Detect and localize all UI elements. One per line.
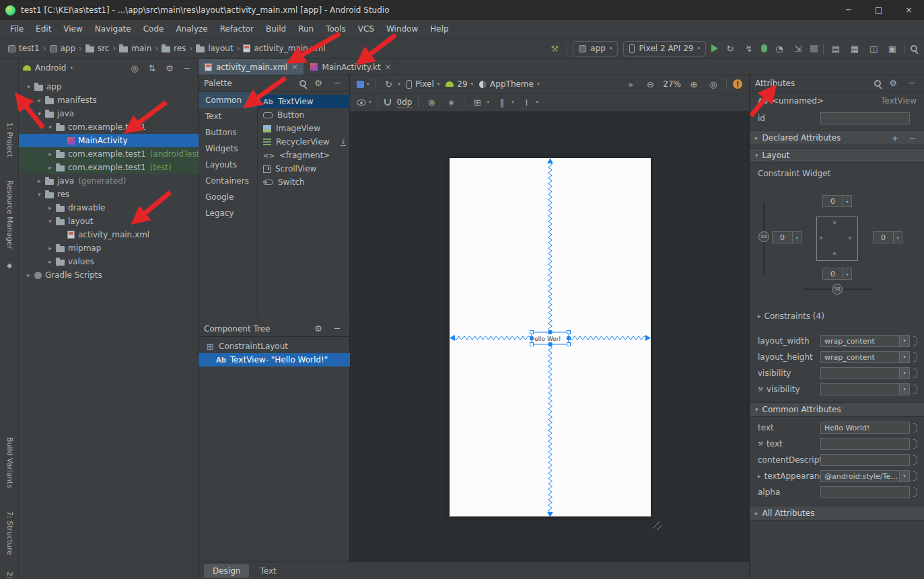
palette-category-google[interactable]: Google xyxy=(199,189,257,205)
expand-arrow-icon[interactable]: ▾ xyxy=(44,124,56,130)
menu-analyze[interactable]: Analyze xyxy=(170,24,213,34)
pack-menu[interactable]: ⊞▾ xyxy=(470,95,489,109)
chevron-down-icon[interactable]: ▾ xyxy=(843,268,851,279)
tree-item-java-generated[interactable]: ▸java(generated) xyxy=(19,174,199,188)
build-button[interactable]: ⚒ xyxy=(548,42,561,55)
tool-button-structure[interactable]: 7: Structure xyxy=(5,511,14,555)
tree-item-res[interactable]: ▾res xyxy=(19,188,199,201)
run-button[interactable] xyxy=(711,44,718,52)
expand-arrow-icon[interactable]: ▾ xyxy=(34,110,45,117)
layout-inspector-button[interactable]: ▦ xyxy=(848,42,861,55)
palette-category-widgets[interactable]: Widgets xyxy=(199,141,257,157)
alpha-input[interactable] xyxy=(820,486,910,498)
menu-vcs[interactable]: VCS xyxy=(352,24,380,34)
collapse-all-icon[interactable]: ⇅ xyxy=(145,61,159,75)
expand-arrow-icon[interactable]: ▸ xyxy=(44,204,56,211)
palette-item-button[interactable]: Button xyxy=(258,108,350,122)
attr-flag[interactable] xyxy=(913,352,917,362)
breadcrumb-src[interactable]: src xyxy=(84,44,111,53)
tree-item-package-androidtest[interactable]: ▸com.example.test1(androidTest) xyxy=(19,147,199,161)
component-textview[interactable]: AbTextView- "Hello World!" xyxy=(199,353,350,366)
palette-item-switch[interactable]: Switch xyxy=(258,176,350,189)
component-constraintlayout[interactable]: ⊞ConstraintLayout xyxy=(199,340,350,353)
zoom-in-button[interactable]: ⊕ xyxy=(687,77,701,91)
run-config-selector[interactable]: app▾ xyxy=(573,41,618,56)
margin-left-selector[interactable]: 0▾ xyxy=(772,231,802,243)
align-menu[interactable]: ∥▾ xyxy=(495,95,514,109)
text-input[interactable]: Hello World! xyxy=(820,422,910,434)
search-icon[interactable] xyxy=(874,80,881,87)
breadcrumb-res[interactable]: res xyxy=(160,44,187,53)
chevron-down-icon[interactable]: ▾ xyxy=(899,471,909,481)
tree-item-java[interactable]: ▾java xyxy=(19,107,199,120)
tree-item-manifests[interactable]: ▸manifests xyxy=(19,93,199,107)
menu-window[interactable]: Window xyxy=(380,24,424,34)
tools-visibility-selector[interactable]: ▾ xyxy=(820,383,910,395)
warnings-badge[interactable]: ! xyxy=(733,79,742,89)
device-selector[interactable]: Pixel 2 API 29▾ xyxy=(623,41,706,56)
constraint-handle-top-icon[interactable]: » xyxy=(831,221,838,223)
hide-panel-icon[interactable]: ─ xyxy=(905,77,919,90)
tree-item-layout[interactable]: ▾layout xyxy=(19,215,199,228)
apply-changes-button[interactable]: ↻ xyxy=(723,42,737,55)
chevron-down-icon[interactable]: ▾ xyxy=(899,384,909,395)
device-menu[interactable]: Pixel▾ xyxy=(406,79,439,89)
gear-icon[interactable]: ⚙ xyxy=(886,77,900,90)
gear-icon[interactable]: ⚙ xyxy=(312,77,325,90)
chevron-down-icon[interactable]: ▾ xyxy=(792,232,801,243)
horizontal-bias-knob[interactable]: 50 xyxy=(832,284,843,295)
project-view-selector[interactable]: Android xyxy=(35,63,66,73)
theme-menu[interactable]: AppTheme▾ xyxy=(479,79,539,89)
chevron-down-icon[interactable]: ▾ xyxy=(899,368,909,379)
menu-tools[interactable]: Tools xyxy=(320,24,352,34)
zoom-out-button[interactable]: ⊖ xyxy=(643,77,657,91)
menu-help[interactable]: Help xyxy=(424,24,454,34)
palette-item-imageview[interactable]: ImageView xyxy=(258,122,350,135)
stop-button[interactable] xyxy=(810,45,818,52)
tool-button-favorites[interactable]: 2: Favorites xyxy=(5,572,14,579)
breadcrumb-app[interactable]: app xyxy=(48,44,77,53)
maximize-button[interactable]: □ xyxy=(863,0,894,20)
view-options-menu[interactable]: ▾ xyxy=(357,100,371,106)
menu-edit[interactable]: Edit xyxy=(30,24,57,34)
expand-arrow-icon[interactable]: ▸ xyxy=(44,164,56,171)
expand-arrow-icon[interactable]: ▾ xyxy=(34,191,45,198)
tree-item-package-test[interactable]: ▸com.example.test1(test) xyxy=(19,161,199,174)
tab-mainactivity-kt[interactable]: MainActivity.kt × xyxy=(304,59,398,75)
tree-item-drawable[interactable]: ▸drawable xyxy=(19,201,199,215)
tree-item-gradle-scripts[interactable]: ▸Gradle Scripts xyxy=(19,268,199,282)
palette-category-buttons[interactable]: Buttons xyxy=(199,124,257,141)
expand-arrow-icon[interactable]: ▸ xyxy=(44,258,56,265)
chevron-down-icon[interactable]: ▾ xyxy=(893,232,902,243)
tool-button-resource-manager[interactable]: Resource Manager xyxy=(5,180,14,249)
debug-button[interactable] xyxy=(761,44,767,52)
design-surface-selector[interactable]: ▾ xyxy=(357,81,369,88)
breadcrumb-test1[interactable]: test1 xyxy=(7,44,41,53)
breadcrumb-layout[interactable]: layout xyxy=(194,44,234,53)
chevron-down-icon[interactable]: ▾ xyxy=(899,352,909,362)
close-tab-icon[interactable]: × xyxy=(385,63,391,71)
margin-bottom-selector[interactable]: 0▾ xyxy=(822,268,852,280)
autoconnect-magnet-icon[interactable] xyxy=(384,99,391,106)
overflow-chevrons-icon[interactable]: » xyxy=(624,77,637,91)
orientation-selector[interactable]: ↻▾ xyxy=(382,77,401,91)
locate-file-icon[interactable]: ◎ xyxy=(128,61,141,75)
palette-category-layouts[interactable]: Layouts xyxy=(199,157,257,173)
zoom-fit-button[interactable]: ◎ xyxy=(707,77,720,91)
gear-icon[interactable]: ⚙ xyxy=(312,322,325,336)
chevron-down-icon[interactable]: ▾ xyxy=(843,196,851,206)
attr-flag[interactable] xyxy=(913,423,917,432)
sdk-manager-button[interactable]: ▣ xyxy=(886,42,899,55)
tab-text[interactable]: Text xyxy=(251,564,285,578)
menu-navigate[interactable]: Navigate xyxy=(89,24,137,34)
menu-code[interactable]: Code xyxy=(137,24,170,34)
avd-manager-button[interactable]: ◫ xyxy=(867,42,880,55)
visibility-selector[interactable]: ▾ xyxy=(820,367,910,379)
hide-panel-icon[interactable]: ─ xyxy=(180,61,194,75)
section-declared-attributes[interactable]: ▸ Declared Attributes + ─ xyxy=(750,130,924,145)
hide-panel-icon[interactable]: ─ xyxy=(330,77,344,90)
minimize-button[interactable]: ─ xyxy=(833,0,863,20)
remove-attribute-button[interactable]: ─ xyxy=(906,131,919,145)
tools-text-input[interactable] xyxy=(820,438,910,450)
breadcrumb-main[interactable]: main xyxy=(118,44,153,53)
